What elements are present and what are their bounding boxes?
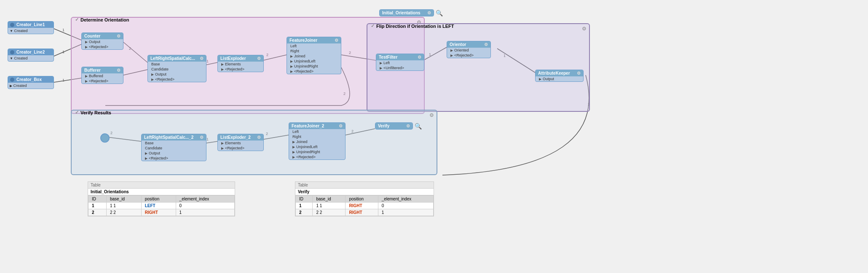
- featurejoiner1-port-right: Right: [287, 49, 341, 54]
- col-base-id: base_id: [106, 196, 141, 203]
- counter-settings[interactable]: ⚙: [117, 34, 121, 38]
- bufferer-port-rejected: ▶ <Rejected>: [82, 78, 123, 84]
- creator-line1-name: Creator_Line1: [16, 22, 45, 27]
- col-base-id2: base_id: [313, 196, 346, 203]
- listexploder1-port-rejected: ▶ <Rejected>: [218, 67, 263, 72]
- table-row: 2 2 2 RIGHT 1: [88, 209, 235, 216]
- table-row: 2 2 2 RIGHT 1: [296, 209, 434, 216]
- initial-orientations-header[interactable]: Initial_Orientations ⚙: [380, 10, 434, 16]
- group-flip-settings[interactable]: ⚙: [582, 26, 587, 32]
- cell-base-id: 1 1: [313, 203, 346, 209]
- listexploder2-node: ListExploder_2 ⚙ ▶ Elements ▶ <Rejected>: [217, 134, 264, 151]
- listexploder2-name: ListExploder_2: [220, 135, 251, 140]
- counter-node: Counter ⚙ ▶ Output ▶ <Rejected>: [81, 32, 123, 50]
- table-row: 1 1 1 RIGHT 0: [296, 203, 434, 209]
- featurejoiner2-node: FeatureJoiner_2 ⚙ Left Right ▶ Joined ▶ …: [289, 122, 346, 160]
- table-initial-orientations: Table Initial_Orientations ID base_id po…: [88, 181, 235, 216]
- check-icon-verify: ✓: [75, 110, 79, 115]
- table-verify: Table Verify ID base_id position _elemen…: [295, 181, 434, 216]
- cell-base-id: 1 1: [106, 203, 141, 209]
- cell-index: 0: [176, 203, 234, 209]
- lrsc1-port-base: Base: [148, 62, 206, 67]
- featurejoiner1-port-joined: ▶ Joined: [287, 54, 341, 59]
- testfilter-port-unfiltered: ▶ <Unfiltered>: [376, 65, 424, 70]
- col-element-index: _element_index: [176, 196, 234, 203]
- creator-line1-port: Created: [14, 29, 27, 33]
- testfilter-settings[interactable]: ⚙: [418, 55, 421, 59]
- verify-header[interactable]: Verify ⚙: [375, 123, 413, 129]
- table-right-name: Verify: [295, 189, 434, 195]
- attributekeeper-header[interactable]: AttributeKeeper ⚙: [536, 70, 583, 76]
- creator-box-name: Creator_Box: [16, 77, 42, 82]
- featurejoiner1-port-rejected: ▶ <Rejected>: [287, 69, 341, 74]
- creator-line2-name: Creator_Line2: [16, 50, 45, 54]
- counter-name: Counter: [84, 34, 100, 38]
- table-left-title: Table: [88, 182, 235, 189]
- group-verify-settings[interactable]: ⚙: [429, 112, 434, 118]
- lrsc1-name: LeftRightSpatialCalc...: [150, 56, 195, 61]
- listexploder2-header[interactable]: ListExploder_2 ⚙: [218, 134, 263, 141]
- lrsc1-header[interactable]: LeftRightSpatialCalc... ⚙: [148, 55, 206, 62]
- listexploder1-settings[interactable]: ⚙: [257, 56, 261, 61]
- bufferer-header[interactable]: Bufferer ⚙: [82, 67, 123, 73]
- featurejoiner1-port-left: Left: [287, 43, 341, 49]
- initial-orientations-node[interactable]: Initial_Orientations ⚙: [379, 9, 434, 16]
- verify-name: Verify: [378, 124, 389, 128]
- verify-settings[interactable]: ⚙: [406, 124, 410, 128]
- listexploder1-header[interactable]: ListExploder ⚙: [218, 55, 263, 62]
- listexploder2-settings[interactable]: ⚙: [257, 135, 261, 140]
- cell-index: 1: [176, 209, 234, 216]
- cell-id: 2: [88, 209, 107, 216]
- verify-node[interactable]: Verify ⚙: [375, 122, 413, 130]
- bufferer-settings[interactable]: ⚙: [117, 68, 121, 73]
- testfilter-port-left: ▶ Left: [376, 60, 424, 65]
- lrsc2-port-candidate: Candidate: [142, 146, 206, 151]
- lrsc2-port-output: ▶ Output: [142, 151, 206, 156]
- counter-port-rejected: ▶ <Rejected>: [82, 44, 123, 49]
- svg-text:1: 1: [62, 50, 64, 54]
- lrsc2-header[interactable]: LeftRightSpatialCalc..._2 ⚙: [142, 134, 206, 141]
- cell-position: RIGHT: [346, 203, 378, 209]
- featurejoiner2-port-unjoined-right: ▶ UnjoinedRight: [289, 149, 345, 154]
- featurejoiner2-header[interactable]: FeatureJoiner_2 ⚙: [289, 123, 345, 129]
- featurejoiner1-port-unjoined-left: ▶ UnjoinedLeft: [287, 59, 341, 64]
- attributekeeper-settings[interactable]: ⚙: [577, 71, 581, 76]
- cell-position: RIGHT: [141, 209, 176, 216]
- creator-box-port: Created: [13, 84, 27, 88]
- lrsc2-port-rejected: ▶ <Rejected>: [142, 156, 206, 161]
- group-determine-title: Determine Orientation: [80, 17, 129, 22]
- creator-line2-body: ▼ Created: [8, 55, 54, 61]
- creator-line2-port: Created: [14, 56, 27, 60]
- creator-line1-body: ▼ Created: [8, 28, 54, 34]
- featurejoiner2-settings[interactable]: ⚙: [339, 124, 343, 128]
- creator-box-node: Creator_Box ▶ Created: [8, 76, 54, 89]
- attributekeeper-port-output: ▶ Output: [536, 76, 583, 81]
- canvas: 1 1 1 2 1 2 2 1 1 2 2: [0, 0, 868, 273]
- creator-box-body: ▶ Created: [8, 83, 54, 89]
- featurejoiner1-settings[interactable]: ⚙: [335, 38, 338, 43]
- cell-position: LEFT: [141, 203, 176, 209]
- orientor-header[interactable]: Orientor ⚙: [447, 41, 490, 48]
- initial-orientations-magnifier[interactable]: 🔍: [436, 10, 443, 16]
- creator-dot: [10, 23, 14, 27]
- testfilter-header[interactable]: TestFilter ⚙: [376, 54, 424, 60]
- creator-line2-header: Creator_Line2: [8, 49, 54, 55]
- expand-icon3: ▶: [10, 84, 12, 88]
- lrsc2-settings[interactable]: ⚙: [200, 135, 204, 140]
- col-position: position: [141, 196, 176, 203]
- listexploder1-port-elements: ▶ Elements: [218, 62, 263, 67]
- verify-magnifier[interactable]: 🔍: [415, 123, 422, 130]
- lrsc2-node: LeftRightSpatialCalc..._2 ⚙ Base Candida…: [141, 134, 206, 161]
- lrsc1-settings[interactable]: ⚙: [200, 56, 204, 61]
- svg-text:1: 1: [62, 28, 64, 32]
- orientor-port-rejected: ▶ <Rejected>: [447, 53, 490, 58]
- col-id2: ID: [296, 196, 313, 203]
- counter-header[interactable]: Counter ⚙: [82, 33, 123, 39]
- initial-orientations-settings[interactable]: ⚙: [427, 11, 431, 15]
- featurejoiner1-header[interactable]: FeatureJoiner ⚙: [287, 37, 341, 43]
- lrsc1-port-rejected: ▶ <Rejected>: [148, 77, 206, 82]
- group-verify-title: Verify Results: [80, 110, 111, 115]
- col-element-index2: _element_index: [378, 196, 433, 203]
- attributekeeper-name: AttributeKeeper: [538, 71, 570, 76]
- orientor-settings[interactable]: ⚙: [484, 42, 488, 47]
